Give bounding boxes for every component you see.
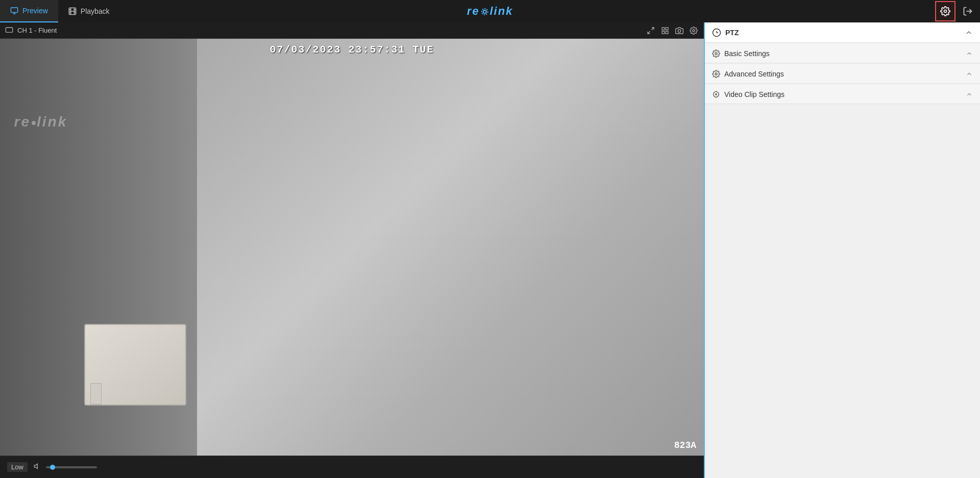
- svg-point-22: [693, 30, 695, 32]
- grid-button[interactable]: [660, 26, 670, 36]
- bottom-status-bar: Low: [0, 456, 704, 478]
- svg-point-12: [944, 10, 947, 13]
- scene-object: [84, 324, 186, 406]
- monitor-icon: [10, 7, 18, 15]
- gear-icon: [940, 6, 950, 16]
- video-toolbar-right: [646, 26, 699, 36]
- advanced-settings-header[interactable]: Advanced Settings: [705, 64, 980, 84]
- film-icon: [68, 7, 77, 15]
- grid-icon: [661, 27, 669, 35]
- volume-control: [34, 462, 97, 472]
- svg-point-21: [678, 30, 680, 32]
- tab-group: Preview Playback: [0, 0, 120, 22]
- basic-settings-section: Basic Settings: [705, 44, 980, 63]
- fullscreen-icon: [647, 27, 655, 35]
- top-navigation-bar: Preview Playback re link: [0, 0, 980, 22]
- svg-rect-18: [666, 28, 668, 30]
- ptz-title: PTZ: [725, 29, 739, 37]
- basic-settings-header[interactable]: Basic Settings: [705, 44, 980, 63]
- svg-point-29: [714, 91, 719, 97]
- watermark: relink: [14, 114, 68, 130]
- advanced-settings-header-left: Advanced Settings: [712, 70, 784, 78]
- video-clip-settings-header[interactable]: Video Clip Settings: [705, 85, 980, 104]
- settings-small-icon: [690, 27, 698, 35]
- top-bar-actions: [935, 1, 980, 21]
- advanced-settings-icon: [712, 70, 720, 78]
- svg-point-27: [715, 53, 717, 55]
- tab-playback[interactable]: Playback: [58, 0, 120, 22]
- camera-id-overlay: 823A: [674, 440, 696, 450]
- camera-frame: relink 07/03/2023 23:57:31 TUE 823A: [0, 39, 704, 456]
- ptz-header: PTZ: [705, 22, 980, 43]
- volume-slider[interactable]: [46, 466, 97, 468]
- svg-line-16: [648, 31, 650, 34]
- main-content: CH 1 - Fluent relin: [0, 22, 980, 478]
- advanced-settings-chevron: [966, 70, 973, 78]
- svg-point-28: [715, 73, 717, 75]
- advanced-settings-section: Advanced Settings: [705, 64, 980, 84]
- film-small-icon: [712, 90, 720, 98]
- video-clip-settings-header-left: Video Clip Settings: [712, 90, 785, 98]
- svg-point-30: [716, 93, 717, 95]
- logout-button[interactable]: [958, 1, 978, 21]
- quality-badge: Low: [7, 462, 28, 472]
- app-logo: re link: [467, 5, 513, 18]
- svg-rect-20: [666, 31, 668, 34]
- tab-playback-label: Playback: [81, 7, 110, 15]
- screenshot-icon: [675, 27, 683, 35]
- fullscreen-button[interactable]: [646, 26, 656, 36]
- video-timestamp: 07/03/2023 23:57:31 TUE: [270, 44, 434, 56]
- svg-point-10: [483, 10, 486, 13]
- tab-preview-label: Preview: [22, 7, 48, 15]
- ptz-icon: [712, 28, 721, 37]
- volume-thumb: [50, 465, 55, 470]
- advanced-settings-label: Advanced Settings: [724, 70, 784, 78]
- video-settings-button[interactable]: [689, 26, 699, 36]
- channel-label: CH 1 - Fluent: [17, 27, 57, 34]
- camera-small-icon: [5, 27, 13, 35]
- video-toolbar: CH 1 - Fluent: [0, 22, 704, 39]
- svg-rect-17: [662, 28, 665, 30]
- video-clip-settings-section: Video Clip Settings: [705, 85, 980, 104]
- svg-point-11: [481, 9, 487, 15]
- volume-icon: [34, 462, 42, 472]
- basic-settings-icon: [712, 49, 720, 58]
- basic-settings-chevron: [966, 50, 973, 57]
- svg-rect-0: [11, 8, 17, 12]
- logout-icon: [963, 6, 973, 16]
- video-area: CH 1 - Fluent relin: [0, 22, 704, 478]
- basic-settings-header-left: Basic Settings: [712, 49, 770, 58]
- speaker-icon: [34, 462, 42, 470]
- svg-line-15: [651, 28, 654, 30]
- video-clip-settings-chevron: [966, 91, 973, 98]
- svg-rect-14: [6, 28, 12, 32]
- settings-button[interactable]: [935, 1, 955, 21]
- tab-preview[interactable]: Preview: [0, 0, 58, 22]
- svg-marker-23: [34, 464, 37, 468]
- svg-rect-19: [662, 31, 665, 34]
- chevron-up-icon[interactable]: [965, 29, 973, 37]
- basic-settings-label: Basic Settings: [724, 49, 770, 58]
- video-clip-settings-label: Video Clip Settings: [724, 90, 785, 98]
- right-panel: PTZ Basic Settings Advanced Settings: [704, 22, 980, 478]
- screenshot-button[interactable]: [674, 26, 684, 36]
- video-feed: relink 07/03/2023 23:57:31 TUE 823A: [0, 39, 704, 456]
